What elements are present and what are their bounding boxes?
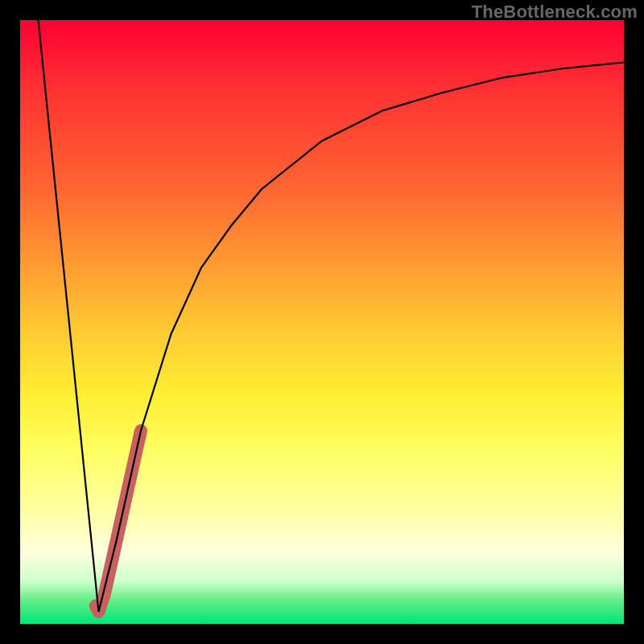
attribution-label: TheBottleneck.com xyxy=(472,2,638,23)
plot-area xyxy=(20,20,624,624)
curves-svg xyxy=(20,20,624,624)
chart-frame: TheBottleneck.com xyxy=(0,0,644,644)
